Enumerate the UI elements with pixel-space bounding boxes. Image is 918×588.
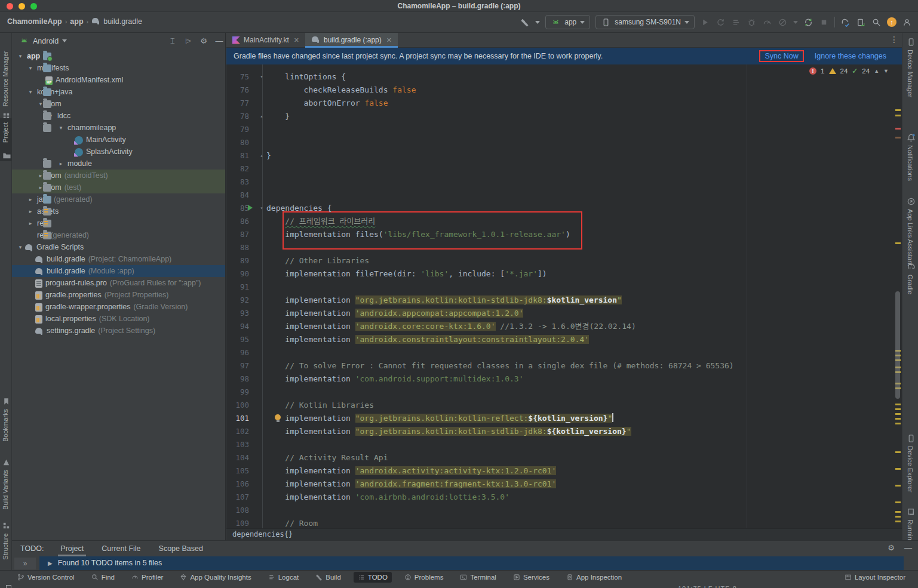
toolwindow-button-version-control[interactable]: Version Control xyxy=(13,572,79,583)
tool-strip-device-manager[interactable]: Device Manager xyxy=(907,50,914,97)
code-line-102[interactable]: 102 implementation "org.jetbrains.kotlin… xyxy=(226,425,902,438)
editor-breadcrumb[interactable]: dependencies{} xyxy=(226,528,902,540)
tree-item-chamomileapp[interactable]: ▾chamomileapp xyxy=(12,122,225,134)
stop-button[interactable] xyxy=(819,17,829,27)
code-line-98[interactable]: 98 implementation 'com.android.support:m… xyxy=(226,372,902,386)
breadcrumb[interactable]: ChamomileApp› app› build.gradle xyxy=(7,17,142,26)
tree-item-app[interactable]: ▾app xyxy=(12,50,225,62)
code-line-77[interactable]: 77 abortOnError false xyxy=(226,97,902,110)
build-dropdown-icon[interactable] xyxy=(535,21,540,24)
hide-panel-icon[interactable]: — xyxy=(213,36,225,45)
toolwindow-button-find[interactable]: Find xyxy=(87,572,119,583)
profile-avatar[interactable] xyxy=(902,17,912,27)
tree-toggle-icon[interactable]: ▾ xyxy=(57,125,65,131)
code-line-83[interactable]: 83 xyxy=(226,176,902,189)
code-line-84[interactable]: 84 xyxy=(226,189,902,202)
tab-mainactivity-kt[interactable]: MainActivity.kt✕ xyxy=(226,33,305,47)
todo-expand-chevrons[interactable]: » xyxy=(14,558,36,569)
update-available-badge[interactable]: ↑ xyxy=(887,17,896,27)
code-line-86[interactable]: 86 // 프레임워크 라이브러리 xyxy=(226,215,902,228)
settings-gear-icon[interactable]: ⚙ xyxy=(198,36,210,45)
debug-button[interactable] xyxy=(747,17,757,27)
code-line-79[interactable]: 79 xyxy=(226,123,902,136)
tool-strip-structure[interactable]: Structure xyxy=(2,533,9,560)
toolwindow-button-build[interactable]: Build xyxy=(311,572,345,583)
tree-toggle-icon[interactable]: ▾ xyxy=(27,89,34,95)
breadcrumb-module[interactable]: app xyxy=(70,17,83,26)
tool-strip-app-links-assistant[interactable]: App Links Assistant xyxy=(907,209,914,266)
chevron-down-icon[interactable] xyxy=(62,39,67,42)
code-line-93[interactable]: 93 implementation 'androidx.appcompat:ap… xyxy=(226,307,902,320)
stop-dropdown-icon[interactable] xyxy=(778,17,788,27)
chevron-down-icon[interactable] xyxy=(793,21,798,24)
tree-toggle-icon[interactable]: ▾ xyxy=(27,65,34,71)
code-line-85[interactable]: 85▾dependencies { xyxy=(226,202,902,215)
tree-item-proguard-rules-pro[interactable]: proguard-rules.pro(ProGuard Rules for ":… xyxy=(12,277,225,289)
tree-item-build-gradle[interactable]: build.gradle(Module :app) xyxy=(12,265,225,277)
bookmarks-icon[interactable] xyxy=(2,397,10,405)
tool-strip-resource-manager[interactable]: Resource Manager xyxy=(2,51,9,107)
tree-toggle-icon[interactable]: ▸ xyxy=(27,196,34,202)
build-icon[interactable] xyxy=(520,17,530,27)
code-line-95[interactable]: 95 implementation 'androidx.constraintla… xyxy=(226,333,902,346)
status-caret-position[interactable]: 101:75 LF UTF-8 xyxy=(678,585,737,588)
tree-toggle-icon[interactable]: ▾ xyxy=(17,53,24,59)
breadcrumb-project[interactable]: ChamomileApp xyxy=(7,17,62,26)
device-manager-icon[interactable] xyxy=(907,38,915,46)
code-line-89[interactable]: 89 // Other Libraries xyxy=(226,254,902,267)
agp-upgrade-assistant-icon[interactable] xyxy=(840,17,851,27)
code-line-107[interactable]: 107 implementation 'com.airbnb.android:l… xyxy=(226,491,902,504)
code-line-100[interactable]: 100 // Kotlin Libraries xyxy=(226,399,902,412)
toolwindow-button-logcat[interactable]: Logcat xyxy=(264,572,303,583)
tree-item-java[interactable]: ▸java(generated) xyxy=(12,193,225,205)
tab-build-gradle-app-[interactable]: build.gradle (:app)✕ xyxy=(305,33,398,47)
tree-item-androidmanifest-xml[interactable]: AndroidManifest.xml xyxy=(12,74,225,86)
tree-toggle-icon[interactable]: ▾ xyxy=(17,244,24,250)
code-line-91[interactable]: 91 xyxy=(226,281,902,294)
code-line-87[interactable]: 87 implementation files('libs/flex_frame… xyxy=(226,228,902,241)
toolwindow-button-problems[interactable]: Problems xyxy=(400,572,448,583)
tree-item-ldcc[interactable]: ▾ldcc xyxy=(12,110,225,122)
code-line-109[interactable]: 109 // Room xyxy=(226,517,902,528)
tab-todo-project[interactable]: Project xyxy=(59,542,85,555)
code-line-78[interactable]: 78▴ } xyxy=(226,110,902,123)
tab-todo-current-file[interactable]: Current File xyxy=(100,542,142,555)
toolwindow-button-app-inspection[interactable]: App Inspection xyxy=(562,572,626,583)
tree-item-kotlin-java[interactable]: ▾kotlin+java xyxy=(12,86,225,98)
code-line-96[interactable]: 96 xyxy=(226,346,902,359)
tree-item-gradle-wrapper-properties[interactable]: gradle-wrapper.properties(Gradle Version… xyxy=(12,301,225,313)
code-line-104[interactable]: 104 // Activity Result Api xyxy=(226,451,902,464)
sync-gradle-button[interactable] xyxy=(803,17,813,27)
tool-strip-gradle[interactable]: Gradle xyxy=(907,275,914,294)
tree-item-manifests[interactable]: ▾manifests xyxy=(12,62,225,74)
tree-item-assets[interactable]: ▸assets xyxy=(12,205,225,217)
device-explorer-icon[interactable] xyxy=(907,434,915,442)
toolwindow-button-terminal[interactable]: Terminal xyxy=(456,572,500,583)
code-line-101[interactable]: 101 implementation "org.jetbrains.kotlin… xyxy=(226,412,902,425)
expand-arrow-icon[interactable]: ▶ xyxy=(48,560,53,567)
tree-item-gradle-scripts[interactable]: ▾Gradle Scripts xyxy=(12,241,225,253)
apply-changes-icon[interactable] xyxy=(731,17,741,27)
build-variants-icon[interactable] xyxy=(2,458,10,466)
tree-item-settings-gradle[interactable]: settings.gradle(Project Settings) xyxy=(12,325,225,337)
code-line-106[interactable]: 106 implementation 'androidx.fragment:fr… xyxy=(226,478,902,491)
code-line-88[interactable]: 88 xyxy=(226,241,902,254)
profile-button[interactable] xyxy=(762,17,772,27)
ignore-changes-link[interactable]: Ignore these changes xyxy=(815,52,886,60)
fold-marker-icon[interactable]: ▾ xyxy=(257,70,266,84)
tree-item-module[interactable]: ▸module xyxy=(12,158,225,170)
toolwindow-button-profiler[interactable]: Profiler xyxy=(127,572,167,583)
code-line-82[interactable]: 82 xyxy=(226,162,902,176)
fold-marker-icon[interactable]: ▴ xyxy=(257,110,266,123)
code-line-75[interactable]: 75▾ lintOptions { xyxy=(226,70,902,84)
code-line-97[interactable]: 97 // To solve Error : Cannot fit reques… xyxy=(226,359,902,372)
sync-now-link[interactable]: Sync Now xyxy=(759,50,803,62)
close-tab-icon[interactable]: ✕ xyxy=(294,36,299,44)
tree-item-build-gradle[interactable]: build.gradle(Project: ChamomileApp) xyxy=(12,253,225,265)
breadcrumb-file[interactable]: build.gradle xyxy=(103,17,142,26)
run-config-selector[interactable]: app xyxy=(545,15,590,29)
tree-item-res[interactable]: res(generated) xyxy=(12,229,225,241)
code-line-80[interactable]: 80 xyxy=(226,136,902,149)
tree-item-splashactivity[interactable]: SplashActivity xyxy=(12,146,225,158)
gradle-icon[interactable] xyxy=(907,263,915,271)
